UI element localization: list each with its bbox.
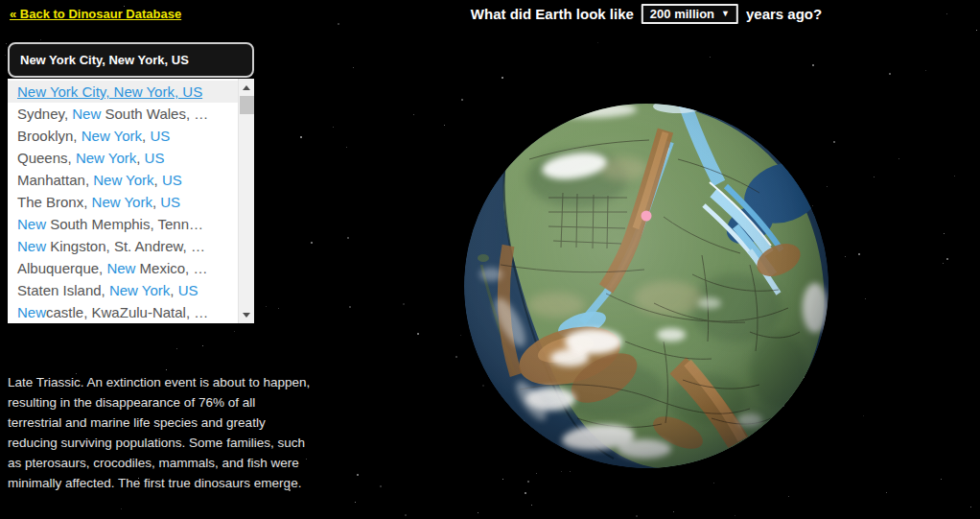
scroll-down-button[interactable] [239, 307, 254, 322]
scroll-up-icon [243, 85, 250, 90]
suggestion-item[interactable]: Manhattan, New York, US [8, 169, 238, 191]
scrollbar-thumb[interactable] [240, 96, 254, 114]
question-prefix: What did Earth look like [471, 6, 634, 22]
scroll-up-button[interactable] [239, 80, 254, 95]
suggestion-item[interactable]: The Bronx, New York, US [8, 191, 238, 213]
suggestions-list: New York City, New York, USSydney, New S… [8, 79, 238, 323]
suggestion-item[interactable]: New South Memphis, Tenn… [8, 213, 238, 235]
question-suffix: years ago? [746, 6, 822, 22]
location-suggestions-dropdown: New York City, New York, USSydney, New S… [8, 79, 254, 323]
suggestion-item[interactable]: Queens, New York, US [8, 147, 238, 169]
location-search-input[interactable] [8, 42, 254, 78]
suggestions-scrollbar[interactable] [238, 79, 254, 323]
header-question: What did Earth look like 200 million ▼ y… [471, 4, 822, 24]
era-description: Late Triassic. An extinction event is ab… [8, 372, 311, 493]
chevron-down-icon: ▼ [721, 10, 730, 18]
years-ago-select[interactable]: 200 million ▼ [642, 4, 738, 24]
ancient-earth-globe [462, 102, 830, 470]
suggestion-item[interactable]: Brooklyn, New York, US [8, 125, 238, 147]
years-ago-selected-value: 200 million [650, 7, 714, 21]
suggestion-item[interactable]: New Kingston, St. Andrew, … [8, 235, 238, 257]
suggestion-item[interactable]: Newcastle, KwaZulu-Natal, … [8, 301, 238, 323]
suggestion-item[interactable]: Staten Island, New York, US [8, 279, 238, 301]
scroll-down-icon [243, 313, 250, 318]
back-link[interactable]: « Back to Dinosaur Database [10, 7, 181, 21]
suggestion-item[interactable]: New York City, New York, US [8, 81, 238, 103]
suggestion-item[interactable]: Albuquerque, New Mexico, … [8, 257, 238, 279]
suggestion-item[interactable]: Sydney, New South Wales, … [8, 103, 238, 125]
globe-canvas[interactable] [462, 102, 830, 470]
location-marker [642, 211, 652, 222]
